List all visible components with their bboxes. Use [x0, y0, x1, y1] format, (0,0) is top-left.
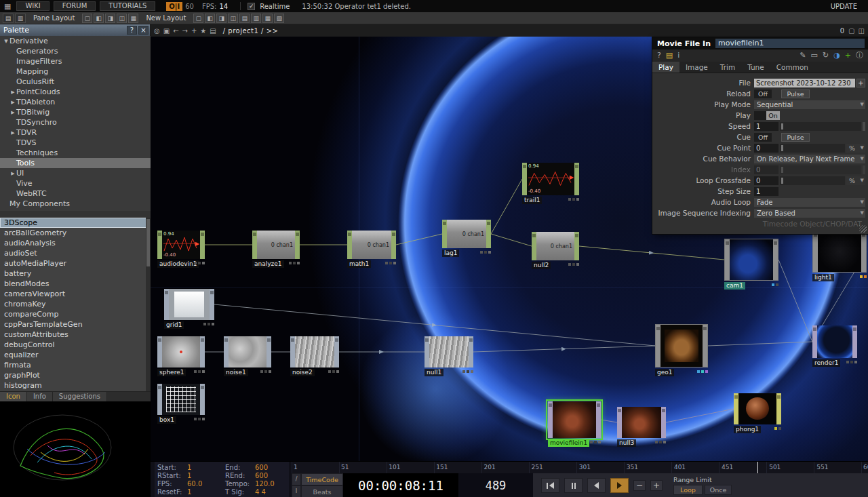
node-output-rail[interactable] — [267, 336, 271, 367]
node-output-rail[interactable] — [574, 163, 579, 195]
node-flag-dot[interactable] — [194, 370, 197, 373]
node-output-rail[interactable] — [200, 231, 205, 259]
node-flags[interactable] — [774, 427, 781, 430]
node-audiodevin1[interactable]: 0.94-0.40▶audiodevin1 — [157, 231, 205, 259]
image-sequence-indexing-menu[interactable]: Zero Based▼ — [754, 209, 865, 218]
node-analyze1[interactable]: 0 chan1analyze1 — [252, 231, 300, 259]
node-input-rail[interactable] — [656, 325, 660, 367]
split-pane-icon[interactable]: ◫ — [859, 27, 865, 35]
field-value[interactable]: 4 4 — [255, 488, 266, 496]
node-flag-dot[interactable] — [850, 361, 853, 363]
time-mode-tab-timecode[interactable]: TimeCode — [301, 473, 343, 485]
tree-item-vive[interactable]: Vive — [0, 178, 151, 188]
node-box1[interactable]: box1 — [157, 384, 205, 415]
node-flag-dot[interactable] — [774, 427, 777, 430]
maximize-pane-icon[interactable]: ▢ — [848, 27, 854, 35]
node-flag-dot[interactable] — [772, 283, 774, 286]
layout-split-vertical-button[interactable]: ◫ — [117, 14, 127, 23]
node-noise1[interactable]: noise1 — [224, 336, 271, 367]
param-tab-common[interactable]: Common — [770, 62, 814, 73]
tree-item-tdvr[interactable]: ▶TDVR — [0, 127, 151, 138]
node-flag-dot[interactable] — [198, 370, 201, 373]
param-tab-image[interactable]: Image — [679, 62, 714, 73]
loop-button[interactable]: Loop — [673, 485, 703, 495]
node-flag-dot[interactable] — [393, 262, 396, 264]
node-trail1[interactable]: 0.94-0.40▶trail1 — [522, 163, 579, 195]
node-flag-dot[interactable] — [198, 418, 201, 420]
palette-item-cameraviewport[interactable]: cameraViewport — [0, 289, 151, 299]
cue-pulse-button[interactable]: Pulse — [781, 133, 810, 142]
help-icon[interactable]: ? — [657, 50, 661, 61]
tree-item-oculusrift[interactable]: OculusRift — [0, 77, 151, 87]
node-input-rail[interactable] — [734, 393, 738, 424]
tree-item-techniques[interactable]: Techniques — [0, 148, 151, 158]
palette-tab-info[interactable]: Info — [27, 392, 53, 401]
panel-resize-grip[interactable] — [859, 225, 867, 233]
node-flag-dot[interactable] — [701, 370, 704, 373]
node-flag-dot[interactable] — [289, 262, 292, 264]
node-flag-dot[interactable] — [778, 427, 781, 430]
node-flag-dot[interactable] — [776, 283, 778, 286]
node-flag-dot[interactable] — [860, 275, 863, 278]
list-view-icon[interactable]: ▤ — [210, 27, 216, 35]
palette-item-chromakey[interactable]: chromaKey — [0, 299, 151, 309]
node-flags[interactable] — [194, 262, 205, 264]
tree-item-my-components[interactable]: My Components — [0, 199, 151, 209]
tree-item-ui[interactable]: ▶UI — [0, 168, 151, 178]
new-layout-5-button[interactable]: ▤ — [239, 14, 250, 23]
node-sphere1[interactable]: sphere1 — [157, 336, 205, 367]
node-output-rail[interactable] — [596, 401, 601, 438]
expression-icon[interactable]: ✎ — [800, 50, 806, 61]
timeline-info-button[interactable]: I — [292, 485, 301, 497]
forward-icon[interactable]: → — [182, 27, 188, 35]
palette-help-button[interactable]: ? — [127, 26, 137, 35]
language-icon[interactable]: ▤ — [666, 50, 673, 61]
palette-tab-icon[interactable]: Icon — [0, 392, 27, 401]
palette-header[interactable]: Palette ? × — [0, 24, 150, 36]
node-output-rail[interactable] — [200, 384, 205, 415]
step-size-field[interactable]: 1 — [754, 187, 778, 196]
node-flags[interactable] — [772, 283, 778, 286]
node-null3[interactable]: null3 — [617, 407, 666, 438]
node-flags[interactable] — [203, 323, 214, 325]
layout-split-left-button[interactable]: ◧ — [94, 14, 104, 23]
realtime-checkbox[interactable]: ✓ — [248, 3, 255, 10]
node-flag-dot[interactable] — [212, 323, 214, 325]
file-path-field[interactable]: Screenshot 2023-10-12 230 — [754, 79, 855, 87]
param-tab-tune[interactable]: Tune — [741, 62, 770, 73]
tree-item-tdsynchro[interactable]: TDSynchro — [0, 117, 151, 127]
palette-item-debugcontrol[interactable]: debugControl — [0, 340, 151, 350]
field-value[interactable]: 600 — [255, 464, 268, 471]
palette-item-customattributes[interactable]: customAttributes — [0, 330, 151, 340]
index-field[interactable]: 0 — [754, 165, 778, 174]
node-output-rail[interactable] — [391, 231, 396, 259]
node-input-rail[interactable] — [617, 407, 622, 438]
palette-item-equalizer[interactable]: equalizer — [0, 350, 151, 360]
info-icon[interactable]: i — [677, 50, 679, 61]
chevron-down-icon[interactable]: ▼ — [3, 39, 9, 44]
layout-quad-button[interactable]: ▦ — [128, 14, 138, 23]
cue-point-slider[interactable] — [780, 144, 845, 153]
tree-item-tools[interactable]: Tools — [0, 158, 151, 168]
field-value[interactable]: 60.0 — [187, 480, 202, 488]
play-mode-menu[interactable]: Sequential▼ — [754, 100, 865, 109]
node-input-rail[interactable] — [290, 336, 295, 367]
reload-icon[interactable]: ↻ — [823, 50, 829, 61]
node-flag-dot[interactable] — [659, 441, 662, 443]
back-icon[interactable]: ← — [173, 27, 178, 35]
palette-item-arcballgeometry[interactable]: arcBallGeometry — [0, 228, 151, 238]
node-grid1[interactable]: grid1 — [164, 289, 214, 320]
node-flag-dot[interactable] — [336, 370, 339, 373]
node-flag-dot[interactable] — [297, 262, 300, 264]
palette-item-automediaplayer[interactable]: autoMediaPlayer — [0, 258, 151, 269]
timeline-options-button[interactable]: / — [292, 473, 301, 485]
jump-to-start-button[interactable] — [541, 478, 559, 493]
node-input-rail[interactable] — [813, 231, 818, 272]
node-output-rail[interactable] — [295, 231, 300, 259]
node-render1[interactable]: render1 — [812, 325, 857, 358]
bookmark-icon[interactable]: ★ — [200, 27, 206, 35]
chevron-right-icon[interactable]: ▶ — [9, 130, 16, 136]
node-flag-dot[interactable] — [264, 370, 267, 373]
node-flag-dot[interactable] — [328, 370, 331, 373]
node-input-rail[interactable] — [157, 384, 162, 415]
